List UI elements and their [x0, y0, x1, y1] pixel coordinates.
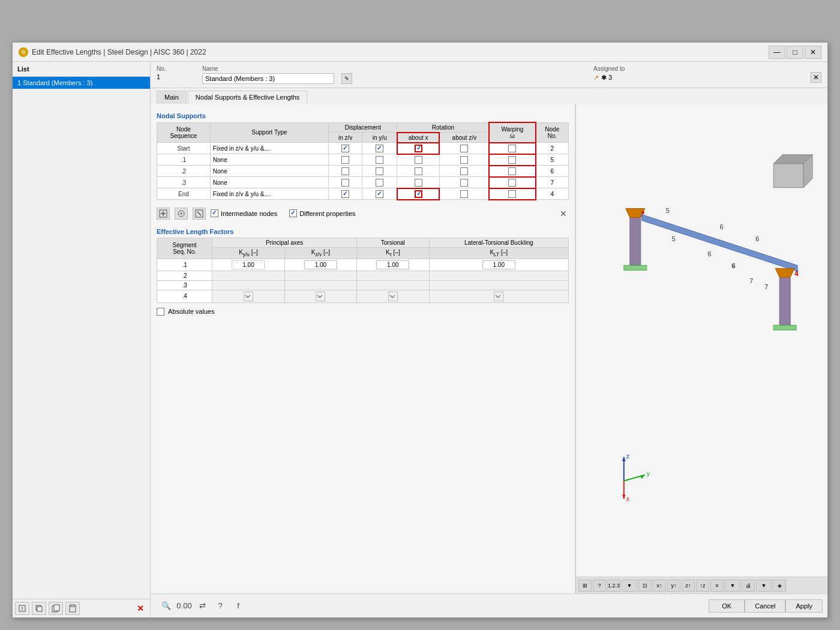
view-btn-8[interactable]: z↑: [682, 580, 695, 592]
rot-z-start[interactable]: [439, 143, 489, 154]
duplicate-button[interactable]: [32, 602, 46, 615]
input-klt-1[interactable]: [482, 260, 515, 269]
cb-disp-z-end[interactable]: [341, 190, 349, 198]
input-kyv-1[interactable]: [232, 260, 265, 269]
paste-button[interactable]: [65, 602, 80, 615]
delete-button[interactable]: ✕: [133, 602, 148, 615]
eff-kyv-1[interactable]: [212, 259, 284, 271]
cb-disp-y-3[interactable]: [376, 179, 383, 187]
input-kzv-1[interactable]: [304, 260, 337, 269]
bottom-icon-3[interactable]: ⇄: [195, 599, 209, 613]
bottom-icon-2[interactable]: 0.00: [177, 599, 191, 613]
list-item[interactable]: 1 Standard (Members : 3): [13, 77, 150, 89]
disp-y-start[interactable]: [362, 143, 397, 154]
view-btn-13[interactable]: ▼: [756, 580, 772, 592]
disp-z-start[interactable]: [329, 143, 362, 154]
cb-warp-3[interactable]: [508, 179, 516, 187]
cb-disp-y-end[interactable]: [376, 190, 383, 198]
assigned-label: Assigned to: [593, 65, 821, 72]
cb-disp-y-1[interactable]: [376, 156, 383, 164]
tab-nodal[interactable]: Nodal Supports & Effective Lengths: [188, 91, 307, 104]
select-kyv-4[interactable]: ▼: [244, 292, 253, 301]
intermediate-nodes-label[interactable]: Intermediate nodes: [211, 209, 277, 217]
intermediate-nodes-cb[interactable]: [211, 209, 218, 217]
assigned-delete-button[interactable]: ✕: [811, 72, 821, 83]
maximize-button[interactable]: □: [787, 46, 803, 59]
cb-rot-z-end[interactable]: [460, 190, 468, 198]
tabs: Main Nodal Supports & Effective Lengths: [151, 88, 827, 104]
close-button[interactable]: ✕: [805, 46, 821, 59]
seq-1: .1: [157, 154, 211, 166]
cancel-button[interactable]: Cancel: [745, 599, 785, 613]
support-3[interactable]: None: [210, 177, 328, 188]
bottom-icon-4[interactable]: ?: [213, 599, 227, 613]
view-btn-5[interactable]: ⊡: [638, 580, 652, 592]
copy-button[interactable]: [49, 602, 63, 615]
cb-warp-2[interactable]: [508, 167, 516, 175]
add-button[interactable]: [15, 602, 29, 615]
cb-warp-end[interactable]: [508, 190, 516, 198]
absolute-values-cb[interactable]: [157, 308, 164, 316]
cb-rot-z-2[interactable]: [460, 167, 468, 175]
cb-disp-z-2[interactable]: [341, 167, 349, 175]
tool-add-btn[interactable]: [157, 208, 170, 220]
cb-disp-z-start[interactable]: [341, 145, 349, 152]
nodal-row-3: .3 None 7: [157, 177, 569, 188]
cb-disp-y-start[interactable]: [376, 145, 383, 152]
view-btn-1[interactable]: ⊞: [578, 580, 592, 592]
view-btn-4[interactable]: ▼: [622, 580, 637, 592]
cb-rot-z-1[interactable]: [460, 156, 468, 164]
view-btn-render[interactable]: ◈: [773, 580, 786, 592]
view-btn-7[interactable]: y↑: [667, 580, 680, 592]
th-about-x: about x: [397, 133, 439, 143]
nodal-row-start: Start Fixed in z/v & y/u &.... 2: [157, 143, 569, 154]
view-btn-9[interactable]: ↑z: [696, 580, 709, 592]
eff-seg-3: .3: [157, 280, 212, 290]
tool-del-btn[interactable]: [193, 208, 206, 220]
support-2[interactable]: None: [210, 166, 328, 177]
view-btn-6[interactable]: x↑: [653, 580, 666, 592]
different-props-label[interactable]: Different properties: [289, 209, 355, 217]
no-field-group: No. 1: [157, 65, 193, 80]
view-btn-10[interactable]: ≡: [710, 580, 724, 592]
rot-x-start[interactable]: [397, 143, 439, 154]
warp-start[interactable]: [489, 143, 535, 154]
support-end[interactable]: Fixed in z/v & y/u &....: [210, 188, 328, 200]
tab-main[interactable]: Main: [157, 91, 187, 104]
cb-disp-z-3[interactable]: [341, 179, 349, 187]
support-1[interactable]: None: [210, 154, 328, 166]
cb-disp-y-2[interactable]: [376, 167, 383, 175]
cb-rot-z-3[interactable]: [460, 179, 468, 187]
view-btn-3[interactable]: 1.2.3: [607, 580, 620, 592]
cb-rot-x-start[interactable]: [415, 145, 422, 152]
input-kt-1[interactable]: [376, 260, 409, 269]
eff-klt-1[interactable]: [429, 259, 568, 271]
close-toolbar-button[interactable]: ✕: [558, 208, 569, 219]
cb-warp-start[interactable]: [508, 145, 516, 152]
view-btn-12[interactable]: 🖨: [742, 580, 755, 592]
cb-disp-z-1[interactable]: [341, 156, 349, 164]
bottom-icon-1[interactable]: 🔍: [159, 599, 173, 613]
different-props-cb[interactable]: [289, 209, 297, 217]
edit-name-button[interactable]: ✎: [341, 73, 352, 84]
cb-warp-1[interactable]: [508, 156, 516, 164]
cb-rot-z-start[interactable]: [460, 145, 468, 152]
select-kt-4[interactable]: ▼: [388, 292, 398, 301]
select-klt-4[interactable]: ▼: [494, 292, 503, 301]
cb-rot-x-3[interactable]: [415, 179, 422, 187]
name-input[interactable]: [202, 73, 334, 84]
eff-kt-1[interactable]: [357, 259, 429, 271]
view-btn-11[interactable]: ▼: [725, 580, 740, 592]
view-btn-2[interactable]: ?: [593, 580, 606, 592]
cb-rot-x-end[interactable]: [415, 190, 422, 198]
eff-kzv-1[interactable]: [284, 259, 356, 271]
cb-rot-x-1[interactable]: [415, 156, 422, 164]
tool-ref-btn[interactable]: [175, 208, 188, 220]
support-start[interactable]: Fixed in z/v & y/u &....: [210, 143, 328, 154]
minimize-button[interactable]: —: [769, 46, 785, 59]
select-kzv-4[interactable]: ▼: [316, 292, 325, 301]
ok-button[interactable]: OK: [709, 599, 745, 613]
cb-rot-x-2[interactable]: [415, 167, 422, 175]
apply-button[interactable]: Apply: [785, 599, 823, 613]
bottom-icon-5[interactable]: f: [231, 599, 245, 613]
